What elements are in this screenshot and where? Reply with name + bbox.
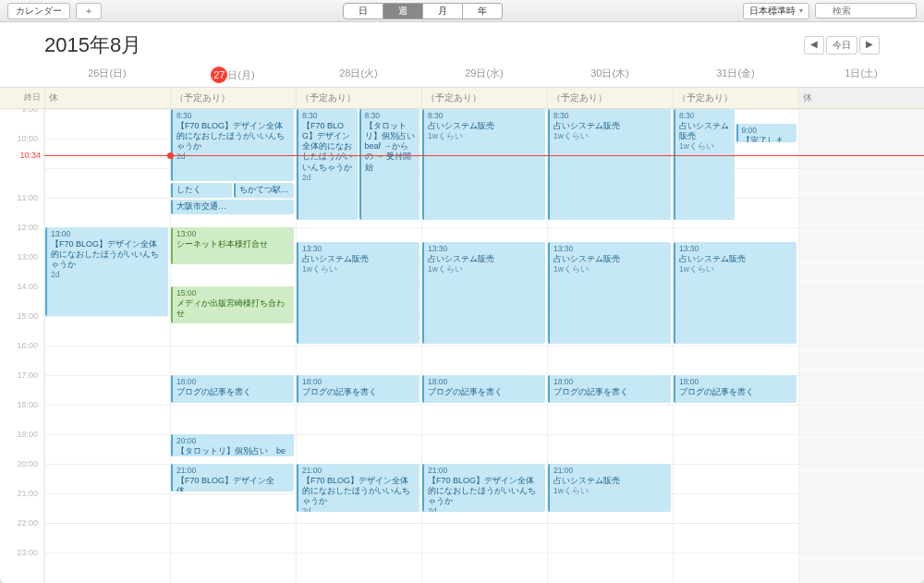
event[interactable]: 18:00ブログの記事を書く	[548, 375, 671, 403]
allday-cell[interactable]: （予定あり）	[296, 88, 421, 108]
day-header[interactable]: 26日(日)	[44, 63, 170, 87]
day-column[interactable]: 8:30占いシステム販売1wくらい13:30占いシステム販売1wくらい18:00…	[421, 109, 547, 583]
event[interactable]: 13:30占いシステム販売1wくらい	[548, 242, 671, 344]
view-月[interactable]: 月	[423, 3, 463, 19]
hour-label: 19:00	[0, 430, 43, 459]
event[interactable]: したく	[171, 183, 232, 198]
event[interactable]: 13:30占いシステム販売1wくらい	[422, 242, 545, 344]
view-週[interactable]: 週	[383, 3, 423, 19]
event[interactable]: 18:00ブログの記事を書く	[171, 375, 294, 403]
hour-label: 11:00	[0, 193, 43, 223]
hour-label: 20:00	[0, 459, 43, 489]
event[interactable]: 13:00シーネット杉本様打合せ	[171, 227, 294, 264]
today-button[interactable]: 今日	[826, 36, 857, 55]
nav-buttons: ◀ 今日 ▶	[804, 36, 880, 55]
day-column[interactable]: 8:30占いシステム販売1wくらい9:00【完了しま…13:30占いシステム販売…	[673, 109, 798, 583]
hour-label: 12:00	[0, 223, 43, 252]
day-header[interactable]: 28日(火)	[296, 63, 421, 87]
day-header[interactable]: 29日(水)	[421, 63, 547, 87]
hour-label: 16:00	[0, 341, 43, 370]
timezone-select[interactable]: 日本標準時	[743, 3, 809, 19]
day-headers: 26日(日)27日(月)28日(火)29日(水)30日(木)31日(金)1日(土…	[0, 63, 924, 88]
event[interactable]: 8:30占いシステム販売1wくらい	[674, 109, 735, 220]
day-column[interactable]: 8:30占いシステム販売1wくらい13:30占いシステム販売1wくらい18:00…	[547, 109, 673, 583]
day-column[interactable]: 8:30【F70 BLOG】デザイン全体的になおしたほうがいいんちゃうか2d8:…	[296, 109, 421, 583]
allday-cell[interactable]: （予定あり）	[673, 88, 798, 108]
month-title: 2015年8月	[44, 31, 141, 59]
event[interactable]: 18:00ブログの記事を書く	[674, 375, 796, 403]
event[interactable]: 8:30【F70 BLOG】デザイン全体的になおしたほうがいいんちゃうか2d	[171, 109, 294, 181]
grid-wrap: 9:0010:0011:0012:0013:0014:0015:0016:001…	[0, 109, 924, 583]
day-column[interactable]: 13:00【F70 BLOG】デザイン全体的になおしたほうがいいんちゃうか2d	[44, 109, 170, 583]
event[interactable]: 8:30【タロットリ】個別占い beaf →からの → 受付開始	[359, 109, 420, 220]
hour-label: 21:00	[0, 489, 43, 518]
day-header[interactable]: 1日(土)	[798, 63, 924, 87]
header: 2015年8月 ◀ 今日 ▶	[0, 22, 924, 63]
event[interactable]: 8:30占いシステム販売1wくらい	[422, 109, 545, 220]
event[interactable]: 21:00占いシステム販売1wくらい	[548, 464, 671, 512]
day-column[interactable]	[798, 109, 924, 583]
allday-cell[interactable]: （予定あり）	[547, 88, 673, 108]
toolbar: カレンダー ＋ 日週月年 日本標準時	[0, 0, 924, 22]
hour-label: 15:00	[0, 311, 43, 341]
event[interactable]: 13:30占いシステム販売1wくらい	[674, 242, 796, 344]
view-日[interactable]: 日	[343, 3, 383, 19]
day-header[interactable]: 30日(木)	[547, 63, 673, 87]
allday-cell[interactable]: （予定あり）	[170, 88, 296, 108]
event[interactable]: 8:30占いシステム販売1wくらい	[548, 109, 671, 220]
view-segmented: 日週月年	[343, 3, 503, 19]
now-dot	[167, 152, 174, 159]
event[interactable]: 21:00【F70 BLOG】デザイン全体的になおしたほうがいいんちゃうか2d	[422, 464, 545, 512]
event[interactable]: 13:00【F70 BLOG】デザイン全体的になおしたほうがいいんちゃうか2d	[45, 227, 168, 316]
hour-label: 9:00	[0, 109, 43, 134]
day-column[interactable]: 8:30【F70 BLOG】デザイン全体的になおしたほうがいいんちゃうか2dした…	[170, 109, 296, 583]
event[interactable]: 21:00【F70 BLOG】デザイン全体…	[171, 464, 294, 492]
calendar-window: カレンダー ＋ 日週月年 日本標準時 2015年8月 ◀ 今日 ▶ 26日(日)…	[0, 0, 924, 583]
event[interactable]: 20:00【タロットリ】個別占い bea…	[171, 434, 294, 456]
now-time-label: 10:34	[2, 151, 41, 160]
hour-label: 18:00	[0, 400, 43, 430]
calendars-button[interactable]: カレンダー	[7, 3, 70, 19]
hour-label: 17:00	[0, 370, 43, 400]
allday-cell[interactable]: 休	[798, 88, 924, 108]
event[interactable]: ちかてつ駅…	[234, 183, 295, 198]
day-header[interactable]: 27日(月)	[170, 63, 296, 87]
search-wrap	[815, 3, 917, 18]
event[interactable]: 9:00【完了しま…	[736, 124, 797, 142]
event[interactable]: 13:30占いシステム販売1wくらい	[297, 242, 419, 344]
search-input[interactable]	[815, 3, 917, 18]
hour-label: 13:00	[0, 252, 43, 282]
event[interactable]: 18:00ブログの記事を書く	[297, 375, 419, 403]
next-button[interactable]: ▶	[859, 36, 880, 55]
add-button[interactable]: ＋	[76, 3, 102, 19]
allday-row: 終日 休（予定あり）（予定あり）（予定あり）（予定あり）（予定あり）休	[0, 88, 924, 109]
time-grid: 9:0010:0011:0012:0013:0014:0015:0016:001…	[0, 109, 924, 583]
hour-label: 14:00	[0, 282, 43, 311]
allday-cell[interactable]: （予定あり）	[421, 88, 547, 108]
hour-label: 22:00	[0, 518, 43, 548]
event[interactable]: 15:00メディか出版宮崎様打ち合わせ	[171, 286, 294, 323]
allday-label: 終日	[0, 88, 44, 108]
event[interactable]: 21:00【F70 BLOG】デザイン全体的になおしたほうがいいんちゃうか2d	[297, 464, 419, 512]
day-header[interactable]: 31日(金)	[673, 63, 798, 87]
event[interactable]: 8:30【F70 BLOG】デザイン全体的になおしたほうがいいんちゃうか2d	[297, 109, 358, 220]
hour-label	[0, 164, 43, 193]
event[interactable]: 大阪市交通…	[171, 200, 294, 214]
now-line	[44, 155, 924, 156]
allday-cell[interactable]: 休	[44, 88, 170, 108]
prev-button[interactable]: ◀	[804, 36, 824, 55]
hour-label: 23:00	[0, 548, 43, 577]
view-年[interactable]: 年	[463, 3, 503, 19]
event[interactable]: 18:00ブログの記事を書く	[422, 375, 545, 403]
